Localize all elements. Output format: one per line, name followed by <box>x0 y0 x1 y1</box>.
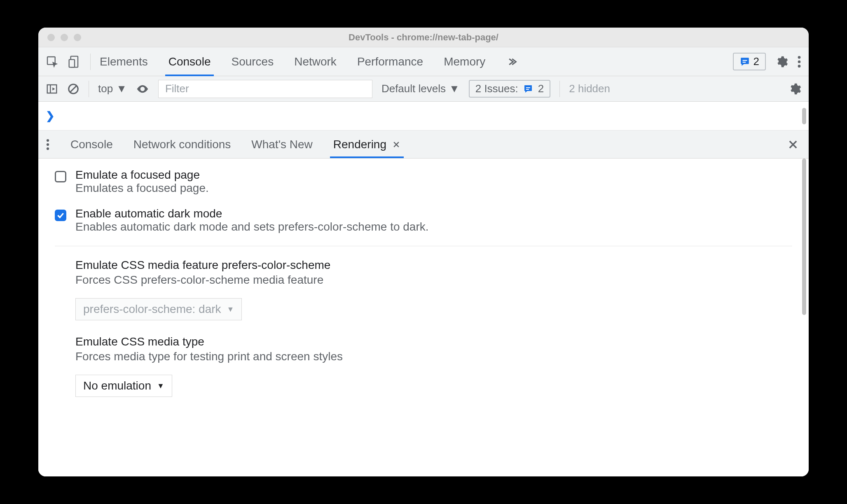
svg-point-6 <box>798 60 801 63</box>
messages-count: 2 <box>753 55 759 68</box>
svg-line-11 <box>70 86 77 92</box>
section-prefers-color-scheme: Emulate CSS media feature prefers-color-… <box>75 259 792 320</box>
svg-rect-12 <box>526 87 530 88</box>
minimize-light-icon[interactable] <box>61 34 68 41</box>
triangle-down-icon: ▼ <box>449 82 460 95</box>
svg-rect-2 <box>69 59 75 67</box>
section-desc: Forces CSS prefers-color-scheme media fe… <box>75 273 792 287</box>
checkbox-emulate-focused[interactable] <box>55 171 66 182</box>
option-title: Emulate a focused page <box>75 168 209 182</box>
select-label: prefers-color-scheme: dark <box>83 303 221 316</box>
section-title: Emulate CSS media type <box>75 335 792 348</box>
triangle-down-icon: ▼ <box>157 382 164 390</box>
tab-elements[interactable]: Elements <box>100 55 148 76</box>
messages-badge[interactable]: 2 <box>733 53 766 70</box>
context-label: top <box>98 82 113 95</box>
section-media-type: Emulate CSS media type Forces media type… <box>75 335 792 397</box>
tab-performance[interactable]: Performance <box>357 55 423 76</box>
log-levels-select[interactable]: Default levels ▼ <box>381 82 460 95</box>
filter-input[interactable] <box>158 80 372 98</box>
drawer-tab-console[interactable]: Console <box>70 138 113 158</box>
kebab-menu-icon[interactable] <box>797 55 801 68</box>
clear-console-icon[interactable] <box>67 83 80 95</box>
tab-network[interactable]: Network <box>294 55 337 76</box>
rendering-panel: Emulate a focused page Emulates a focuse… <box>38 159 809 476</box>
svg-rect-4 <box>742 62 746 63</box>
svg-rect-13 <box>526 89 529 90</box>
close-tab-icon[interactable] <box>392 140 400 149</box>
console-toolbar: top ▼ Default levels ▼ 2 Issues: 2 2 hid… <box>38 76 809 102</box>
drawer-tab-rendering[interactable]: Rendering <box>333 138 400 158</box>
close-drawer-icon[interactable] <box>787 139 799 150</box>
close-light-icon[interactable] <box>47 34 55 41</box>
topbar-right: 2 <box>733 53 801 70</box>
checkbox-auto-dark-mode[interactable] <box>55 210 66 221</box>
triangle-down-icon: ▼ <box>116 82 127 95</box>
context-select[interactable]: top ▼ <box>98 82 127 95</box>
triangle-down-icon: ▼ <box>227 305 234 314</box>
tab-sources[interactable]: Sources <box>231 55 274 76</box>
svg-point-14 <box>47 139 49 141</box>
device-toggle-icon[interactable] <box>68 55 81 68</box>
zoom-light-icon[interactable] <box>74 34 81 41</box>
messages-icon <box>523 84 533 94</box>
option-desc: Emulates a focused page. <box>75 182 209 195</box>
section-desc: Forces media type for testing print and … <box>75 350 792 363</box>
issues-label: 2 Issues: <box>475 82 518 95</box>
drawer-tabs: Console Network conditions What's New Re… <box>38 131 809 159</box>
drawer-tab-label: Rendering <box>333 138 386 151</box>
drawer-menu-icon[interactable] <box>46 138 50 151</box>
messages-icon <box>739 56 750 67</box>
option-title: Enable automatic dark mode <box>75 207 429 220</box>
devtools-topbar: Elements Console Sources Network Perform… <box>38 47 809 76</box>
option-emulate-focused: Emulate a focused page Emulates a focuse… <box>55 168 792 195</box>
option-auto-dark-mode: Enable automatic dark mode Enables autom… <box>55 207 792 233</box>
issues-box[interactable]: 2 Issues: 2 <box>469 80 551 98</box>
window-title: DevTools - chrome://new-tab-page/ <box>349 32 498 43</box>
section-title: Emulate CSS media feature prefers-color-… <box>75 259 792 272</box>
settings-icon[interactable] <box>775 55 788 68</box>
svg-point-7 <box>798 65 801 68</box>
titlebar: DevTools - chrome://new-tab-page/ <box>38 28 809 47</box>
toggle-sidebar-icon[interactable] <box>46 83 58 95</box>
svg-point-5 <box>798 56 801 59</box>
devtools-window: DevTools - chrome://new-tab-page/ Elemen… <box>38 28 809 476</box>
divider <box>559 81 560 97</box>
svg-rect-8 <box>47 85 57 93</box>
hidden-count: 2 hidden <box>569 82 610 95</box>
divider <box>90 54 91 70</box>
prompt-chevron-icon[interactable]: ❯ <box>46 110 55 122</box>
scrollbar[interactable] <box>802 159 806 315</box>
inspect-icon[interactable] <box>46 55 59 68</box>
traffic-lights <box>47 34 81 41</box>
eye-icon[interactable] <box>136 82 149 96</box>
drawer-tab-whats-new[interactable]: What's New <box>251 138 313 158</box>
more-tabs-icon[interactable] <box>506 56 517 68</box>
divider <box>89 81 89 97</box>
levels-label: Default levels <box>381 82 446 95</box>
option-desc: Enables automatic dark mode and sets pre… <box>75 220 429 233</box>
select-prefers-color-scheme[interactable]: prefers-color-scheme: dark ▼ <box>75 298 242 320</box>
svg-rect-3 <box>742 60 747 61</box>
issues-count: 2 <box>538 82 544 95</box>
tab-console[interactable]: Console <box>168 55 211 76</box>
select-media-type[interactable]: No emulation ▼ <box>75 375 172 397</box>
select-label: No emulation <box>83 379 151 392</box>
main-tabs: Elements Console Sources Network Perform… <box>100 48 724 76</box>
svg-point-16 <box>47 147 49 149</box>
tab-memory[interactable]: Memory <box>444 55 485 76</box>
console-settings-icon[interactable] <box>788 82 801 96</box>
svg-point-15 <box>47 143 49 145</box>
drawer-tab-network-conditions[interactable]: Network conditions <box>133 138 231 158</box>
scrollbar[interactable] <box>802 108 806 124</box>
divider <box>55 246 792 246</box>
console-body: ❯ <box>38 102 809 131</box>
